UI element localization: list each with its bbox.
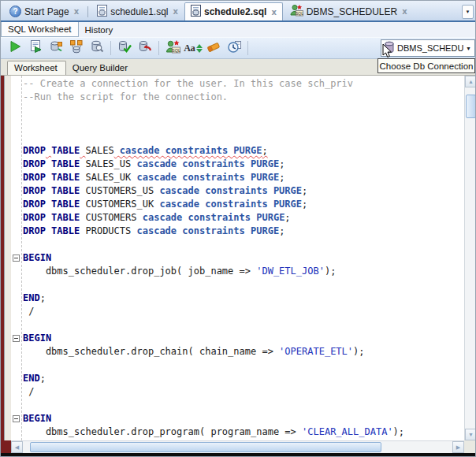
tab-separator [87, 6, 88, 17]
code-line: DROP TABLE PRODUCTS cascade constraints … [11, 225, 464, 238]
sql-file-icon [97, 5, 107, 19]
scroll-down-button[interactable]: ▼ [465, 429, 476, 440]
change-case-button[interactable]: Aa [184, 39, 203, 58]
chevron-down-icon: ▼ [466, 46, 471, 51]
toolbar-separator [110, 41, 111, 55]
horizontal-scroll-track[interactable] [23, 441, 452, 453]
commit-button[interactable] [115, 39, 134, 58]
code-line: BEGIN [11, 251, 464, 265]
close-icon[interactable]: x [173, 7, 178, 16]
help-icon: ? [9, 6, 21, 17]
vertical-scrollbar[interactable]: ▲ ▼ [464, 76, 476, 440]
commit-icon [117, 39, 132, 57]
code-line [11, 278, 464, 292]
sql-file-icon [191, 5, 201, 19]
code-line: dbms_scheduler.drop_chain( chain_name =>… [11, 345, 464, 359]
rollback-button[interactable] [136, 39, 154, 58]
explain-plan-button[interactable] [67, 39, 86, 58]
document-tabbar: ? Start Page x schedule1.sql x schedule2… [1, 1, 475, 22]
tab-schedule1[interactable]: schedule1.sql x [91, 2, 184, 20]
unshared-worksheet-button[interactable]: SQL [163, 39, 182, 58]
code-line [11, 399, 464, 412]
code-line [11, 318, 464, 332]
close-icon[interactable]: x [271, 8, 276, 17]
svg-text:SQL: SQL [296, 11, 303, 16]
vertical-scroll-track[interactable] [465, 87, 476, 429]
tab-label: DBMS_SCHEDULER [307, 6, 397, 17]
editor-region: -- Create a connection for the user. In … [1, 76, 476, 453]
code-line: DROP TABLE CUSTOMERS_US cascade constrai… [11, 184, 464, 198]
code-line: dbms_scheduler.drop_job( job_name => 'DW… [11, 265, 464, 278]
tab-schedule2-active[interactable]: schedule2.sql x [184, 2, 283, 20]
horizontal-scrollbar[interactable]: ◀ ▶ [11, 440, 464, 453]
tab-label: Start Page [24, 6, 69, 17]
horizontal-scroll-thumb[interactable] [30, 442, 381, 452]
code-line: / [11, 385, 464, 399]
toolbar-separator [247, 41, 248, 55]
run-statement-button[interactable] [6, 39, 24, 58]
fold-toggle[interactable] [13, 255, 20, 262]
tab-label: schedule2.sql [204, 6, 266, 17]
fold-toggle[interactable] [13, 415, 20, 422]
eraser-icon [206, 39, 221, 57]
code-line: DROP TABLE CUSTOMERS_UK cascade constrai… [11, 198, 464, 211]
script-icon [28, 39, 43, 57]
code-line: DROP TABLE SALES_US cascade constraints … [11, 158, 464, 171]
explain-plan-icon [69, 39, 84, 57]
tab-overflow-button[interactable]: ▼ [462, 5, 474, 19]
svg-text:SQL: SQL [171, 48, 180, 53]
unshared-worksheet-icon: SQL [165, 39, 180, 57]
code-line: BEGIN [11, 332, 464, 345]
code-line: DROP TABLE CUSTOMERS cascade constraints… [11, 211, 464, 225]
worksheet-history-tabs: SQL Worksheet History [1, 22, 475, 37]
history-clock-icon [227, 39, 242, 57]
tab-history[interactable]: History [79, 22, 120, 37]
code-line [11, 131, 464, 144]
sql-history-button[interactable] [225, 39, 244, 58]
tab-dbms-scheduler[interactable]: SQL DBMS_SCHEDULER x [283, 2, 414, 20]
scrollbar-corner [464, 440, 476, 453]
code-line [11, 359, 464, 372]
run-script-button[interactable] [26, 39, 45, 58]
close-icon[interactable]: x [74, 7, 79, 16]
code-line: DROP TABLE SALES cascade constraints PUR… [11, 144, 464, 158]
tab-sql-worksheet[interactable]: SQL Worksheet [1, 22, 79, 37]
code-line: END; [11, 372, 464, 385]
window-left-edge-corner [1, 440, 11, 453]
bottom-dark-strip [1, 453, 475, 457]
sql-tuning-button[interactable] [87, 39, 106, 58]
sql-editor[interactable]: -- Create a connection for the user. In … [11, 76, 464, 440]
autotrace-icon [49, 39, 63, 57]
code-line: DROP TABLE SALES_UK cascade constraints … [11, 171, 464, 184]
vertical-scroll-thumb[interactable] [466, 95, 476, 118]
code-line: BEGIN [11, 412, 464, 425]
tab-start-page[interactable]: ? Start Page x [3, 2, 85, 20]
run-icon [8, 39, 22, 57]
code-line [11, 104, 464, 117]
code-line: -- Create a connection for the user. In … [11, 77, 464, 91]
tab-worksheet[interactable]: Worksheet [7, 61, 66, 75]
user-sql-icon: SQL [289, 4, 303, 19]
code-lines: -- Create a connection for the user. In … [11, 77, 464, 439]
fold-toggle[interactable] [13, 335, 20, 342]
code-line [11, 238, 464, 251]
db-connection-select[interactable]: DBMS_SCHEDULER ▼ [381, 39, 475, 57]
scroll-left-button[interactable]: ◀ [11, 441, 23, 453]
scroll-right-button[interactable]: ▶ [452, 441, 464, 453]
code-line: / [11, 305, 464, 318]
connection-name: DBMS_SCHEDULER [397, 43, 463, 53]
autotrace-button[interactable] [46, 39, 65, 58]
code-line: --Run the script for the connection. [11, 91, 464, 104]
rollback-icon [138, 39, 152, 57]
code-line: dbms_scheduler.drop_program( program_nam… [11, 425, 464, 439]
code-line: END; [11, 292, 464, 305]
scroll-up-button[interactable]: ▲ [465, 76, 476, 87]
sql-developer-window: ? Start Page x schedule1.sql x schedule2… [0, 0, 476, 457]
window-left-edge [1, 76, 11, 440]
change-case-icon: Aa [184, 43, 203, 54]
tab-query-builder[interactable]: Query Builder [66, 61, 136, 75]
tab-label: schedule1.sql [110, 6, 168, 17]
code-line [11, 117, 464, 131]
close-icon[interactable]: x [402, 7, 407, 16]
clear-button[interactable] [204, 39, 223, 58]
